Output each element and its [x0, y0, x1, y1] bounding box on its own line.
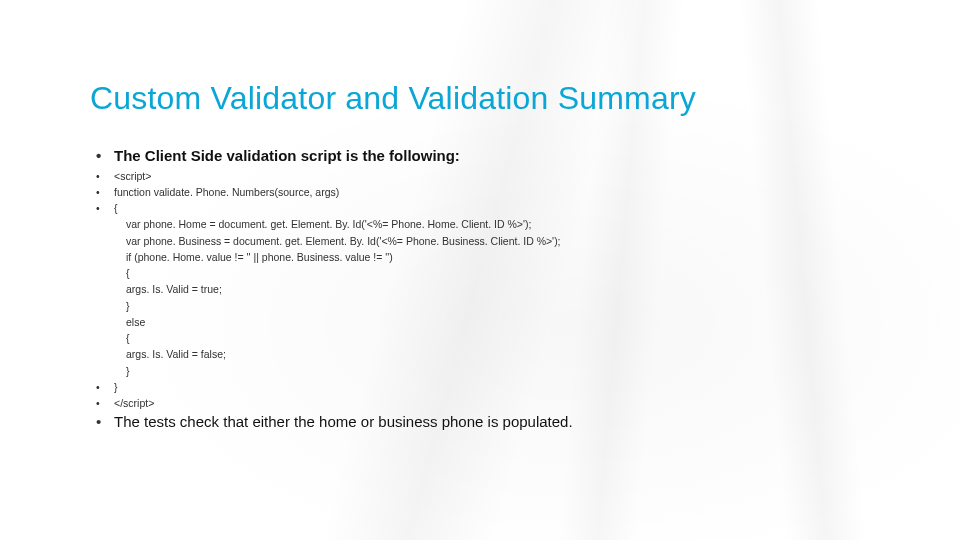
code-fn-decl: function validate. Phone. Numbers(source… — [90, 184, 960, 200]
slide-title: Custom Validator and Validation Summary — [90, 80, 960, 117]
body-list: The Client Side validation script is the… — [90, 145, 960, 434]
code-open-brace: { var phone. Home = document. get. Eleme… — [90, 200, 960, 379]
code-open-brace-text: { — [114, 202, 118, 214]
code-open-tag: <script> — [90, 168, 960, 184]
slide: Custom Validator and Validation Summary … — [0, 0, 960, 540]
intro-bullet: The Client Side validation script is the… — [90, 145, 960, 168]
code-close-tag: </script> — [90, 395, 960, 411]
code-close-brace: } — [90, 379, 960, 395]
code-inner-block: var phone. Home = document. get. Element… — [114, 216, 960, 379]
outro-bullet: The tests check that either the home or … — [90, 411, 960, 434]
